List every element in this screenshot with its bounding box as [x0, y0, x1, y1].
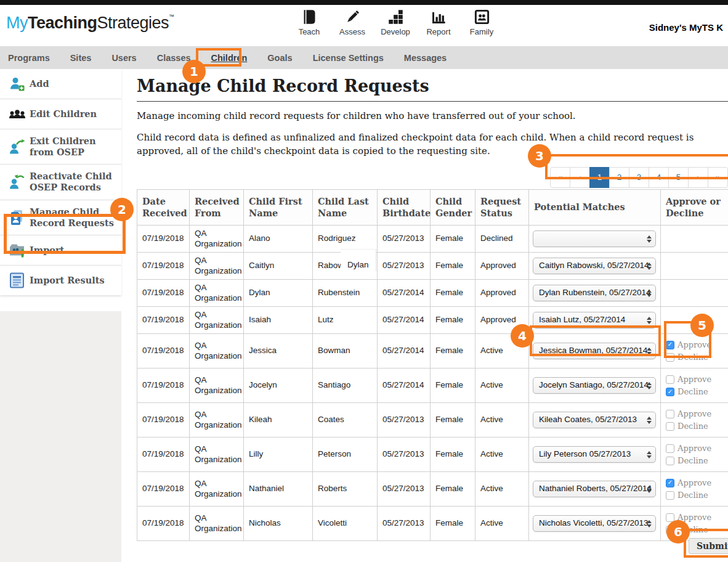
table-row: 07/19/2018QA OrganizationKileahCoates05/…	[137, 403, 728, 438]
report-icon	[431, 9, 447, 25]
cell-received-from: QA Organization	[190, 280, 244, 307]
nav-item-sites[interactable]: Sites	[70, 53, 92, 63]
sidebar-item-import[interactable]: Import	[0, 235, 121, 266]
select-stepper-icon	[647, 417, 652, 424]
column-header-child-gender: Child Gender	[431, 190, 475, 226]
sidebar-item-edit-children[interactable]: Edit Children	[0, 99, 121, 129]
app-nav-label: Family	[470, 27, 493, 36]
cell-child-birthdate: 05/27/2014	[378, 280, 431, 307]
cell-child-first-name: Isaiah	[244, 307, 313, 334]
approve-checkbox[interactable]: ✓	[666, 341, 674, 349]
potential-match-select[interactable]: Nicholas Vicoletti, 05/27/2013	[533, 515, 656, 532]
cell-date-received: 07/19/2018	[137, 226, 190, 253]
app-nav-develop[interactable]: Develop	[374, 9, 417, 36]
cell-approve-or-decline: ✓ApproveDecline	[661, 334, 728, 369]
decline-checkbox[interactable]	[666, 353, 674, 362]
potential-match-value: Nathaniel Roberts, 05/27/2014	[539, 484, 652, 494]
sidebar-item-label: Import Results	[30, 275, 105, 286]
potential-match-select[interactable]: Nathaniel Roberts, 05/27/2014	[533, 481, 656, 497]
potential-match-select[interactable]	[533, 230, 656, 247]
nav-item-users[interactable]: Users	[111, 53, 136, 63]
select-stepper-icon	[647, 486, 652, 493]
cell-child-gender: Female	[431, 280, 475, 307]
cell-request-status: Active	[475, 438, 529, 472]
sidebar-item-label: Add	[30, 78, 49, 89]
callout-circle-4: 4	[511, 324, 534, 348]
cell-child-birthdate: 05/27/2014	[378, 307, 431, 334]
cell-approve-or-decline	[661, 253, 728, 280]
record-request-icon	[5, 209, 30, 226]
app-nav-assess[interactable]: Assess	[331, 9, 374, 36]
potential-match-select[interactable]: Dylan Rubenstein, 05/27/2014	[533, 285, 656, 301]
app-nav-family[interactable]: Family	[460, 9, 503, 36]
cell-child-last-name: Vicoletti	[313, 507, 378, 541]
potential-match-select[interactable]: Jessica Bowman, 05/27/2014	[533, 343, 656, 359]
cell-potential-matches: Lily Peterson 05/27/2013	[529, 438, 661, 472]
children-sidebar: AddEdit ChildrenExit Children from OSEPR…	[0, 69, 121, 295]
sidebar-item-manage-child-record-requests[interactable]: Manage Child Record Requests	[0, 200, 121, 235]
approve-checkbox[interactable]: ✓	[666, 479, 674, 487]
sidebar-item-label: Import	[30, 245, 64, 256]
cell-received-from: QA Organization	[190, 334, 244, 369]
cell-date-received: 07/19/2018	[137, 334, 190, 369]
potential-match-select[interactable]: Caitlyn Rabowski, 05/27/2014	[533, 258, 656, 274]
potential-match-select[interactable]: Jocelyn Santiago, 05/27/2014	[533, 377, 656, 394]
sidebar-item-exit-children-from-osep[interactable]: Exit Children from OSEP	[0, 129, 121, 165]
cell-request-status: Active	[475, 369, 529, 403]
pagination-arrow-8[interactable]: »	[708, 167, 728, 188]
cell-received-from: QA Organization	[190, 438, 244, 472]
decline-label: Decline	[677, 491, 708, 500]
cell-child-gender: Female	[431, 226, 475, 253]
pagination-arrow-0[interactable]: «	[550, 167, 570, 188]
sidebar-item-import-results[interactable]: Import Results	[0, 266, 121, 295]
cell-potential-matches: Jessica Bowman, 05/27/2014	[529, 334, 661, 369]
potential-match-select[interactable]: Kileah Coates, 05/27/2013	[533, 412, 656, 428]
pagination-page-5[interactable]: 5	[668, 167, 689, 188]
approve-checkbox[interactable]	[666, 444, 674, 453]
potential-match-value: Jessica Bowman, 05/27/2014	[539, 346, 647, 356]
potential-match-select[interactable]: Isaiah Lutz, 05/27/2014	[533, 312, 656, 328]
top-black-bar	[0, 0, 728, 5]
app-nav-teach[interactable]: Teach	[288, 9, 331, 36]
app-logo[interactable]: MyTeachingStrategies™	[6, 14, 174, 33]
pagination-page-2[interactable]: 2	[609, 167, 629, 188]
intro-paragraph-1: Manage incoming child record requests fo…	[137, 110, 728, 123]
nav-item-license-settings[interactable]: License Settings	[313, 53, 384, 63]
user-account-name[interactable]: Sidney's MyTS K	[649, 22, 723, 33]
nav-item-messages[interactable]: Messages	[404, 53, 447, 63]
cell-child-first-name: Caitlyn	[244, 253, 313, 280]
pagination-page-4[interactable]: 4	[649, 167, 669, 188]
approve-label: Approve	[677, 409, 711, 419]
cell-child-gender: Female	[431, 507, 475, 541]
approve-checkbox[interactable]	[666, 375, 674, 384]
pagination-page-1[interactable]: 1	[589, 167, 610, 188]
decline-checkbox[interactable]: ✓	[666, 388, 674, 396]
decline-checkbox[interactable]	[666, 491, 674, 500]
cell-child-gender: Female	[431, 403, 475, 438]
drag-tooltip: Dylan	[341, 249, 376, 271]
select-stepper-icon	[647, 263, 652, 270]
logo-my: My	[6, 14, 28, 32]
app-nav-report[interactable]: Report	[417, 9, 460, 36]
callout-circle-2: 2	[110, 198, 134, 221]
cell-child-gender: Female	[431, 438, 475, 472]
nav-item-classes[interactable]: Classes	[157, 53, 191, 63]
nav-item-goals[interactable]: Goals	[267, 53, 292, 63]
pagination-arrow-1[interactable]: ‹	[570, 167, 590, 188]
approve-checkbox[interactable]	[666, 410, 674, 418]
person-exit-icon	[5, 138, 30, 155]
decline-checkbox[interactable]	[666, 422, 674, 431]
decline-checkbox[interactable]	[666, 457, 674, 465]
cell-potential-matches: Nathaniel Roberts, 05/27/2014	[529, 472, 661, 507]
sidebar-item-reactivate-child-osep-records[interactable]: Reactivate Child OSEP Records	[0, 165, 121, 200]
cell-child-last-name: Roberts	[313, 472, 378, 507]
nav-item-children[interactable]: Children	[211, 53, 248, 63]
sidebar-item-add[interactable]: Add	[0, 69, 121, 99]
pagination-page-3[interactable]: 3	[629, 167, 649, 188]
nav-item-programs[interactable]: Programs	[8, 53, 50, 63]
potential-match-select[interactable]: Lily Peterson 05/27/2013	[533, 446, 656, 463]
submit-button[interactable]: Submit	[689, 538, 728, 554]
column-header-potential-matches: Potential Matches	[529, 190, 661, 226]
cell-request-status: Active	[475, 507, 529, 541]
pagination-arrow-7[interactable]: ›	[688, 167, 708, 188]
